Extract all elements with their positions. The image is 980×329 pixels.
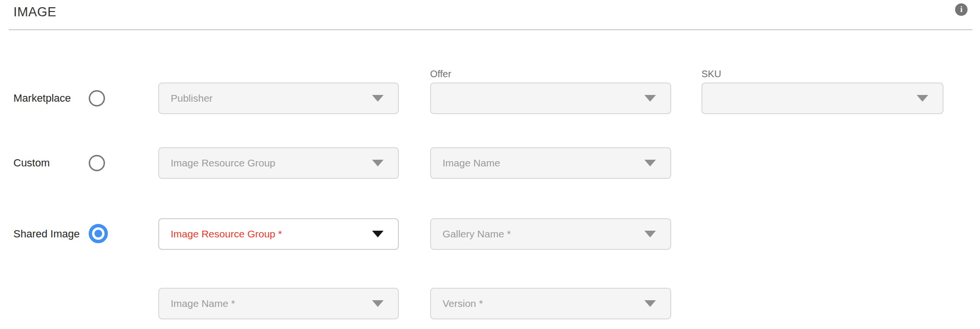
chevron-down-icon (644, 95, 656, 102)
custom-image-name-select[interactable]: Image Name (430, 147, 671, 179)
shared-resource-group-select[interactable]: Image Resource Group * (158, 218, 399, 250)
radio-label-marketplace: Marketplace (13, 92, 71, 105)
shared-image-name-placeholder: Image Name * (171, 298, 372, 309)
shared-resource-group-placeholder: Image Resource Group * (171, 228, 372, 240)
offer-label: Offer (430, 69, 451, 80)
custom-image-name-placeholder: Image Name (443, 157, 644, 169)
radio-label-shared-image: Shared Image (13, 228, 80, 240)
shared-gallery-name-placeholder: Gallery Name * (443, 228, 644, 240)
radio-label-custom: Custom (13, 157, 50, 169)
radio-custom[interactable] (89, 155, 105, 171)
sku-label: SKU (701, 69, 721, 80)
info-icon-glyph: i (960, 5, 963, 14)
custom-resource-group-placeholder: Image Resource Group (171, 157, 372, 169)
publisher-placeholder: Publisher (171, 93, 372, 104)
custom-resource-group-select[interactable]: Image Resource Group (158, 147, 399, 179)
section-divider (9, 29, 972, 30)
shared-version-select[interactable]: Version * (430, 288, 671, 319)
shared-version-placeholder: Version * (443, 298, 644, 309)
shared-gallery-name-select[interactable]: Gallery Name * (430, 218, 671, 250)
chevron-down-icon (644, 231, 656, 237)
section-title: IMAGE (13, 5, 57, 20)
sku-select[interactable] (701, 82, 944, 114)
chevron-down-icon (372, 231, 384, 237)
chevron-down-icon (372, 160, 384, 166)
chevron-down-icon (917, 95, 928, 102)
chevron-down-icon (372, 300, 384, 307)
image-form-section: IMAGE i Marketplace Publisher Offer SKU … (0, 0, 980, 329)
radio-marketplace[interactable] (89, 90, 105, 106)
chevron-down-icon (644, 160, 656, 166)
info-icon[interactable]: i (955, 3, 968, 16)
publisher-select[interactable]: Publisher (158, 82, 399, 114)
offer-select[interactable] (430, 82, 671, 114)
chevron-down-icon (372, 95, 384, 102)
radio-selected-dot (94, 230, 102, 237)
radio-shared-image[interactable] (89, 224, 108, 243)
shared-image-name-select[interactable]: Image Name * (158, 288, 399, 319)
chevron-down-icon (644, 300, 656, 307)
